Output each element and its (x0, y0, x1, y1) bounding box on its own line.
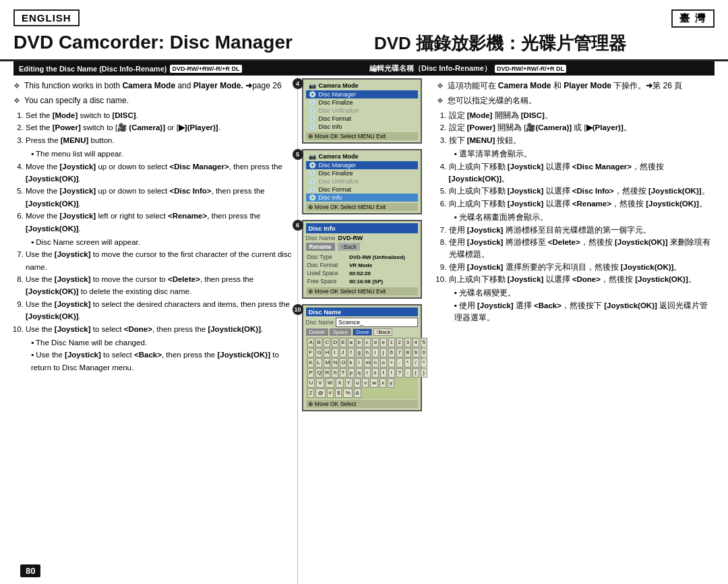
key-7[interactable]: 7 (396, 348, 403, 357)
key-at[interactable]: @ (315, 388, 325, 398)
key-L[interactable]: L (315, 358, 322, 368)
key-Q[interactable]: Q (315, 368, 322, 378)
left-bullet-1-text: This function works in both Camera Mode … (24, 80, 282, 92)
back-button-6[interactable]: ↑Back (338, 243, 360, 251)
key-caret[interactable]: ^ (421, 358, 427, 368)
back-button-10[interactable]: ↑Back (373, 328, 392, 336)
left-step-3-sub: The menu list will appear. (31, 148, 292, 160)
key-9[interactable]: 9 (413, 348, 419, 357)
nav-text-6: ⊕ Move OK Select MENU Exit (308, 288, 386, 295)
right-bullet-2: ❖ 您可以指定光碟的名稱。 (437, 94, 715, 107)
key-l[interactable]: l (356, 358, 363, 368)
key-Y[interactable]: Y (345, 378, 353, 388)
key-O[interactable]: O (340, 358, 346, 368)
key-5[interactable]: 5 (421, 338, 427, 347)
key-H[interactable]: H (324, 348, 330, 357)
key-excl[interactable]: ! (388, 368, 395, 378)
key-6[interactable]: 6 (388, 348, 395, 357)
key-B[interactable]: B (315, 338, 322, 347)
menu-disc-finalize-5: 💿 Disc Finalize (306, 169, 418, 177)
key-star[interactable]: * (404, 358, 411, 368)
key-J[interactable]: J (340, 348, 346, 357)
section-bar-left: Editing the Disc Name (Disc Info-Rename)… (13, 61, 364, 76)
key-m[interactable]: m (364, 358, 371, 368)
key-t[interactable]: t (380, 368, 387, 378)
key-Z[interactable]: Z (307, 388, 315, 398)
camera-icon-5: 📷 (309, 153, 316, 160)
key-f[interactable]: f (348, 348, 355, 357)
menu-disc-unfinalize-5: 💿 Disc Unfinalize (306, 177, 418, 185)
key-8[interactable]: 8 (404, 348, 411, 357)
key-P[interactable]: P (307, 368, 314, 378)
key-s[interactable]: s (372, 368, 379, 378)
key-G[interactable]: G (315, 348, 322, 357)
key-C[interactable]: C (324, 338, 330, 347)
menu-disc-manager-4: 💿 Disc Manager (306, 90, 418, 98)
key-pct[interactable]: % (343, 388, 352, 398)
key-1[interactable]: 1 (388, 338, 395, 347)
key-D[interactable]: D (332, 338, 338, 347)
key-E[interactable]: E (340, 338, 346, 347)
key-v[interactable]: v (362, 378, 369, 388)
key-0[interactable]: 0 (421, 348, 427, 357)
key-slash[interactable]: / (413, 358, 419, 368)
english-badge: ENGLISH (13, 9, 80, 26)
key-dash[interactable]: - (404, 368, 411, 378)
key-u[interactable]: u (354, 378, 361, 388)
key-o[interactable]: o (380, 358, 387, 368)
key-K[interactable]: K (307, 358, 314, 368)
key-T[interactable]: T (340, 368, 346, 378)
key-2[interactable]: 2 (396, 338, 403, 347)
disc-name-value-6: DVD-RW (338, 235, 363, 241)
key-4[interactable]: 4 (413, 338, 419, 347)
left-step-2: Set the [Power] switch to [🎥 (Camera)] o… (26, 121, 292, 134)
key-3[interactable]: 3 (404, 338, 411, 347)
key-M[interactable]: M (324, 358, 330, 368)
key-w[interactable]: w (370, 378, 378, 388)
key-A[interactable]: A (307, 338, 314, 347)
key-U[interactable]: U (307, 378, 315, 388)
key-k[interactable]: k (348, 358, 355, 368)
done-button[interactable]: Done (353, 328, 372, 336)
disc-icon-5a: 💿 (309, 162, 316, 169)
disc-icon-4b: 💿 (309, 99, 316, 106)
key-V[interactable]: V (316, 378, 324, 388)
key-hash[interactable]: # (327, 388, 334, 398)
key-e[interactable]: e (380, 338, 387, 347)
key-c[interactable]: c (364, 338, 371, 347)
key-x[interactable]: x (380, 378, 386, 388)
key-b[interactable]: b (356, 338, 363, 347)
key-g[interactable]: g (356, 348, 363, 357)
menu-disc-format-4: 💿 Disc Format (306, 115, 418, 123)
key-i[interactable]: i (372, 348, 379, 357)
key-F[interactable]: F (307, 348, 314, 357)
key-p[interactable]: p (348, 368, 355, 378)
used-space-value: 00:02:20 (349, 270, 417, 276)
rename-button[interactable]: Rename (306, 243, 335, 251)
key-minus[interactable]: - (396, 358, 403, 368)
key-lparen[interactable]: ( (413, 368, 419, 378)
key-W[interactable]: W (326, 378, 335, 388)
key-j[interactable]: j (380, 348, 387, 357)
key-h[interactable]: h (364, 348, 371, 357)
key-y[interactable]: y (388, 378, 394, 388)
key-N[interactable]: N (332, 358, 338, 368)
key-r[interactable]: r (364, 368, 371, 378)
key-d[interactable]: d (372, 338, 379, 347)
disc-name-input[interactable]: Science_ (336, 318, 417, 327)
screen-10-wrapper: 10 Disc Name Disc Name Science_ Delete S… (302, 304, 422, 411)
key-X[interactable]: X (336, 378, 343, 388)
key-quest[interactable]: ? (396, 368, 403, 378)
key-I[interactable]: I (332, 348, 338, 357)
key-amp[interactable]: & (354, 388, 361, 398)
key-q[interactable]: q (356, 368, 363, 378)
key-n[interactable]: n (372, 358, 379, 368)
delete-button[interactable]: Delete (306, 328, 328, 336)
key-a[interactable]: a (348, 338, 355, 347)
space-button[interactable]: Space (330, 328, 352, 336)
key-rparen[interactable]: ) (421, 368, 427, 378)
key-dollar[interactable]: $ (335, 388, 342, 398)
key-R[interactable]: R (324, 368, 330, 378)
key-plus[interactable]: + (388, 358, 395, 368)
key-S[interactable]: S (332, 368, 338, 378)
